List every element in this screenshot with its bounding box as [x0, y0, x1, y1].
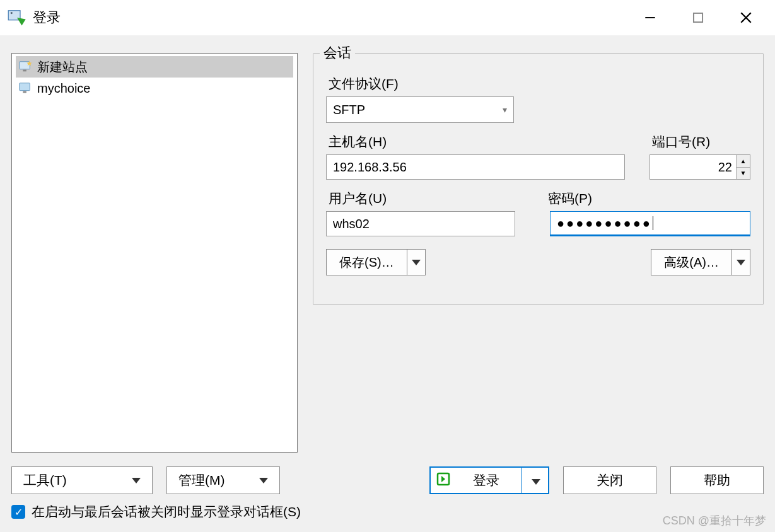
- port-spinner[interactable]: ▲▼: [736, 155, 750, 179]
- close-button[interactable]: [722, 0, 770, 35]
- window-title: 登录: [33, 8, 61, 27]
- help-label: 帮助: [704, 471, 730, 489]
- monitor-star-icon: [18, 60, 32, 74]
- show-on-start-label: 在启动与最后会话被关闭时显示登录对话框(S): [32, 503, 301, 521]
- login-button[interactable]: 登录: [429, 466, 549, 494]
- port-input[interactable]: 22 ▲▼: [650, 154, 750, 180]
- svg-point-1: [11, 12, 13, 14]
- site-item-mychoice[interactable]: mychoice: [16, 78, 293, 99]
- help-button[interactable]: 帮助: [670, 466, 764, 494]
- login-arrow-icon: [436, 471, 451, 490]
- footer-buttons: 工具(T) 管理(M) 登录 关闭 帮助: [11, 466, 764, 494]
- password-input[interactable]: ●●●●●●●●●●: [550, 211, 750, 236]
- close-label: 关闭: [597, 471, 623, 489]
- close-dialog-button[interactable]: 关闭: [563, 466, 656, 494]
- monitor-icon: [18, 81, 32, 95]
- host-label: 主机名(H): [329, 133, 636, 151]
- minimize-button[interactable]: [626, 0, 674, 35]
- save-button[interactable]: 保存(S)…: [326, 249, 426, 275]
- svg-rect-3: [694, 13, 702, 22]
- tools-button[interactable]: 工具(T): [11, 466, 153, 494]
- advanced-button-dropdown[interactable]: [732, 250, 750, 275]
- triangle-down-icon: [532, 479, 540, 485]
- password-mask: ●●●●●●●●●●: [557, 216, 652, 231]
- session-panel: 会话 文件协议(F) SFTP ▾ 主机名(H) 端口号(R) 22: [313, 53, 764, 305]
- upper-area: 新建站点 mychoice 会话 文件协议(F) SFTP ▾ 主机名(H): [11, 35, 764, 456]
- user-input[interactable]: [326, 211, 515, 236]
- advanced-button-label: 高级(A)…: [651, 250, 732, 275]
- login-dropdown[interactable]: [529, 473, 543, 488]
- title-bar: 登录: [0, 0, 775, 35]
- dialog-body: 新建站点 mychoice 会话 文件协议(F) SFTP ▾ 主机名(H): [0, 35, 775, 532]
- protocol-value: SFTP: [333, 103, 365, 117]
- advanced-button[interactable]: 高级(A)…: [651, 249, 750, 275]
- save-button-dropdown[interactable]: [407, 250, 425, 275]
- manage-button[interactable]: 管理(M): [166, 466, 280, 494]
- watermark: CSDN @重拾十年梦: [663, 513, 766, 528]
- spin-down-icon[interactable]: ▼: [737, 168, 750, 180]
- svg-rect-7: [23, 70, 26, 72]
- site-item-new[interactable]: 新建站点: [16, 56, 293, 78]
- protocol-select[interactable]: SFTP ▾: [326, 96, 514, 123]
- user-label: 用户名(U): [329, 190, 515, 207]
- app-icon: [8, 8, 26, 27]
- site-item-label: 新建站点: [37, 59, 88, 76]
- manage-label: 管理(M): [178, 471, 224, 489]
- triangle-down-icon: [737, 260, 745, 265]
- host-input[interactable]: [326, 154, 625, 180]
- password-label: 密码(P): [548, 190, 592, 207]
- port-label: 端口号(R): [652, 133, 750, 151]
- show-on-start-row[interactable]: ✓ 在启动与最后会话被关闭时显示登录对话框(S): [11, 503, 764, 521]
- spin-up-icon[interactable]: ▲: [737, 155, 750, 168]
- chevron-down-icon: ▾: [503, 105, 507, 115]
- port-value: 22: [656, 160, 736, 175]
- session-panel-title: 会话: [320, 43, 355, 62]
- tools-label: 工具(T): [23, 471, 67, 489]
- login-label: 登录: [458, 471, 513, 489]
- protocol-label: 文件协议(F): [329, 75, 750, 93]
- site-list[interactable]: 新建站点 mychoice: [11, 53, 298, 453]
- site-item-label: mychoice: [37, 81, 90, 96]
- maximize-button[interactable]: [674, 0, 722, 35]
- triangle-down-icon: [132, 478, 141, 483]
- checkbox-checked-icon[interactable]: ✓: [11, 505, 25, 519]
- triangle-down-icon: [412, 260, 421, 265]
- svg-rect-6: [20, 62, 30, 69]
- svg-rect-9: [20, 83, 30, 91]
- text-caret: [653, 216, 653, 230]
- triangle-down-icon: [259, 478, 268, 483]
- save-button-label: 保存(S)…: [327, 250, 407, 275]
- svg-rect-10: [23, 91, 26, 93]
